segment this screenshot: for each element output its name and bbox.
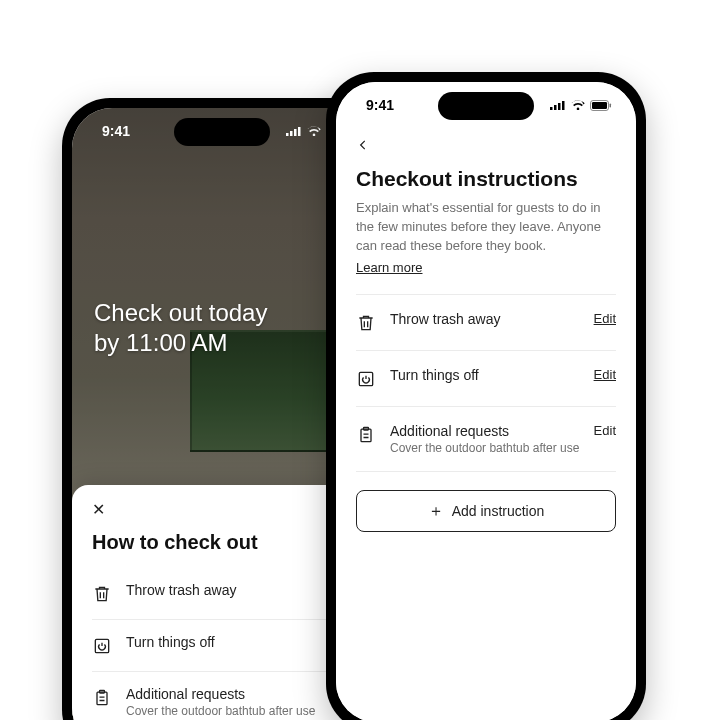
content: Checkout instructions Explain what's ess…: [336, 82, 636, 720]
back-icon[interactable]: [356, 136, 370, 157]
item-title: Turn things off: [390, 367, 580, 383]
svg-rect-2: [294, 129, 297, 136]
wifi-icon: [307, 126, 321, 136]
hero-line2: by 11:00 AM: [94, 328, 350, 358]
instruction-row: Additional requests Cover the outdoor ba…: [356, 406, 616, 472]
notch: [174, 118, 270, 146]
cellular-icon: [550, 100, 566, 110]
status-time: 9:41: [102, 123, 130, 139]
item-subtitle: Cover the outdoor bathtub after use: [390, 441, 580, 455]
svg-rect-0: [286, 133, 289, 136]
svg-rect-1: [290, 131, 293, 136]
item-title: Throw trash away: [390, 311, 580, 327]
svg-rect-15: [592, 102, 607, 109]
edit-link[interactable]: Edit: [594, 423, 616, 438]
screen-host: 9:41 Checkout instructions Explain what'…: [336, 82, 636, 720]
power-icon: [92, 635, 112, 657]
list-item[interactable]: Throw trash away: [92, 568, 352, 620]
cellular-icon: [286, 126, 302, 136]
hero-line1: Check out today: [94, 298, 350, 328]
plus-icon: ＋: [428, 503, 444, 519]
item-title: Turn things off: [126, 634, 352, 650]
item-title: Throw trash away: [126, 582, 352, 598]
svg-rect-18: [361, 429, 371, 442]
trash-icon: [92, 583, 112, 605]
list-item[interactable]: Turn things off: [92, 620, 352, 672]
svg-rect-16: [610, 103, 612, 107]
item-title: Additional requests: [390, 423, 580, 439]
close-icon[interactable]: ✕: [92, 502, 105, 518]
edit-link[interactable]: Edit: [594, 311, 616, 326]
svg-rect-10: [550, 107, 553, 110]
edit-link[interactable]: Edit: [594, 367, 616, 382]
instruction-row: Turn things off Edit: [356, 350, 616, 406]
wifi-icon: [571, 100, 585, 110]
svg-rect-3: [298, 127, 301, 136]
instruction-row: Throw trash away Edit: [356, 294, 616, 350]
list-item[interactable]: Additional requests Cover the outdoor ba…: [92, 672, 352, 720]
svg-rect-8: [97, 692, 107, 705]
battery-icon: [590, 100, 612, 111]
item-subtitle: Cover the outdoor bathtub after use: [126, 704, 352, 718]
item-title: Additional requests: [126, 686, 352, 702]
page-title: Checkout instructions: [356, 167, 616, 191]
power-icon: [356, 368, 376, 390]
sheet-title: How to check out: [92, 531, 352, 554]
hero-title: Check out today by 11:00 AM: [94, 298, 350, 358]
status-time: 9:41: [366, 97, 394, 113]
add-instruction-label: Add instruction: [452, 503, 545, 519]
learn-more-link[interactable]: Learn more: [356, 260, 422, 275]
clipboard-icon: [92, 687, 112, 709]
svg-rect-12: [558, 103, 561, 110]
svg-rect-11: [554, 105, 557, 110]
add-instruction-button[interactable]: ＋ Add instruction: [356, 490, 616, 532]
status-icons: [550, 100, 612, 111]
phone-host: 9:41 Checkout instructions Explain what'…: [326, 72, 646, 720]
trash-icon: [356, 312, 376, 334]
instruction-list: Throw trash away Edit Turn things off Ed…: [356, 294, 616, 472]
page-description: Explain what's essential for guests to d…: [356, 199, 616, 256]
notch: [438, 92, 534, 120]
clipboard-icon: [356, 424, 376, 446]
svg-rect-13: [562, 101, 565, 110]
